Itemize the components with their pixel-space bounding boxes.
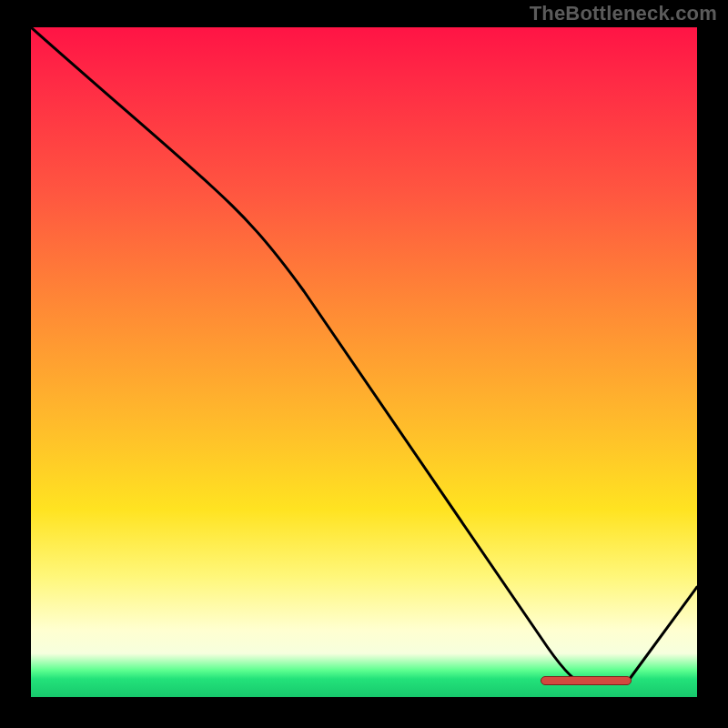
watermark-label: TheBottleneck.com <box>530 2 717 25</box>
optimum-marker <box>541 676 632 685</box>
plot-frame <box>29 25 699 699</box>
chart-container: TheBottleneck.com <box>0 0 728 728</box>
plot-area <box>31 27 697 697</box>
bottleneck-curve <box>31 27 697 697</box>
